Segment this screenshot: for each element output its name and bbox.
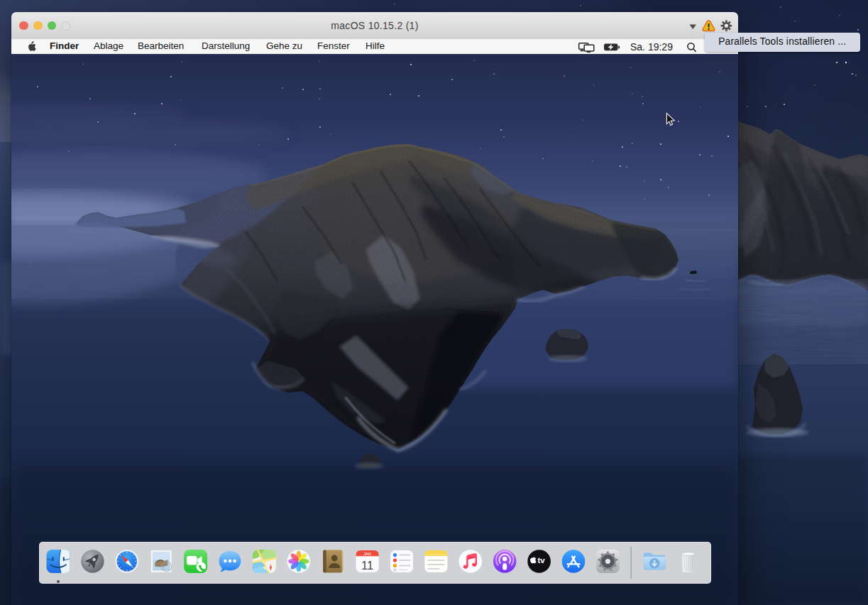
svg-text:tv: tv xyxy=(537,556,545,565)
svg-text:Sa. 19:29: Sa. 19:29 xyxy=(630,40,673,52)
svg-text:11: 11 xyxy=(361,558,373,571)
svg-text:JAN: JAN xyxy=(363,551,371,555)
